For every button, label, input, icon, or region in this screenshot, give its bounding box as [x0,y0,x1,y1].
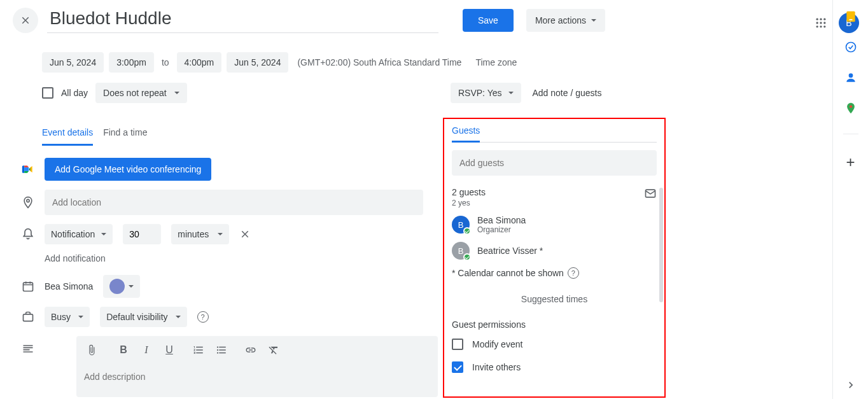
caret-down-icon [101,233,106,235]
invite-others-label: Invite others [472,362,521,372]
svg-point-17 [849,105,851,108]
description-toolbar: B I U [76,336,438,364]
start-time-chip[interactable]: 3:00pm [109,52,154,73]
numbered-list-button[interactable] [188,340,209,360]
rsvp-label: RSVP: Yes [458,88,502,98]
notification-value-input[interactable] [123,224,161,244]
status-accepted-icon [463,253,471,261]
svg-point-6 [823,18,825,20]
contacts-icon[interactable] [844,71,857,84]
google-meet-icon [22,163,34,176]
svg-point-11 [820,25,822,27]
guest-name: Beatrice Visser * [477,246,543,256]
caret-down-icon [174,92,179,94]
briefcase-icon [22,311,34,323]
more-actions-label: More actions [535,15,586,25]
invite-others-checkbox[interactable] [452,361,463,373]
tasks-icon[interactable] [844,41,857,53]
svg-rect-2 [24,314,33,321]
location-icon [22,196,34,209]
attach-button[interactable] [81,340,102,360]
availability-label: Busy [51,312,71,322]
maps-icon[interactable] [844,102,857,115]
timezone-link[interactable]: Time zone [475,57,517,67]
notification-unit-label: minutes [178,229,209,239]
caret-down-icon [78,316,83,318]
add-addon-button[interactable]: + [846,153,855,171]
svg-point-0 [27,199,29,202]
close-button[interactable] [13,8,38,33]
bullet-list-button[interactable] [211,340,232,360]
save-button[interactable]: Save [463,9,514,32]
collapse-panel-icon[interactable] [844,379,857,391]
svg-point-5 [820,18,822,20]
guest-item[interactable]: B Bea Simona Organizer [452,215,657,234]
add-notification-link[interactable]: Add notification [45,253,438,263]
guest-role: Organizer [477,225,526,234]
svg-point-12 [823,25,825,27]
svg-rect-14 [849,19,852,20]
add-meet-button[interactable]: Add Google Meet video conferencing [45,158,211,181]
location-input[interactable] [45,190,423,215]
description-input[interactable] [76,364,438,397]
add-guests-input[interactable] [452,150,657,176]
suggested-times-link[interactable]: Suggested times [452,294,657,304]
tab-guests[interactable]: Guests [452,125,480,143]
caret-down-icon [508,92,514,94]
calendar-note: * Calendar cannot be shown [452,268,564,278]
modify-event-checkbox[interactable] [452,339,463,350]
svg-point-4 [816,18,818,20]
italic-button[interactable]: I [136,340,157,360]
notification-type-select[interactable]: Notification [45,224,113,244]
availability-select[interactable]: Busy [45,307,90,327]
notification-unit-select[interactable]: minutes [171,224,229,244]
bold-button[interactable]: B [113,340,134,360]
link-button[interactable] [241,340,261,360]
visibility-select[interactable]: Default visibility [100,307,186,327]
clear-format-button[interactable] [263,340,284,360]
status-accepted-icon [463,227,471,235]
allday-label: All day [61,88,88,98]
guests-panel: Guests 2 guests 2 yes B Bea Simona Organ… [443,118,666,398]
notification-type-label: Notification [51,229,95,239]
tab-event-details[interactable]: Event details [42,122,93,146]
remove-notification-icon[interactable] [239,228,251,240]
svg-point-9 [823,22,825,24]
event-title-input[interactable] [47,8,438,33]
start-date-chip[interactable]: Jun 5, 2024 [42,52,104,73]
caret-down-icon [218,233,223,235]
caret-down-icon [129,285,134,288]
more-actions-button[interactable]: More actions [526,9,605,32]
guest-count: 2 guests [452,187,486,197]
caret-down-icon [176,316,181,318]
help-icon[interactable]: ? [197,311,209,323]
scrollbar[interactable] [659,188,663,302]
end-date-chip[interactable]: Jun 5, 2024 [227,52,288,73]
svg-point-16 [848,73,853,78]
add-note-link[interactable]: Add note / guests [533,88,602,98]
google-apps-icon[interactable] [815,17,827,29]
event-color-select[interactable] [103,275,140,298]
side-panel: + [832,0,868,399]
calendar-icon [22,280,34,293]
avatar: B [452,216,470,234]
calendar-owner: Bea Simona [45,281,93,291]
tab-find-a-time[interactable]: Find a time [103,122,147,146]
underline-button[interactable]: U [159,340,179,360]
svg-rect-13 [846,11,855,22]
end-time-chip[interactable]: 4:00pm [177,52,222,73]
svg-rect-1 [24,283,33,291]
guest-yes-count: 2 yes [452,199,486,207]
repeat-label: Does not repeat [103,88,167,98]
rsvp-select[interactable]: RSVP: Yes [451,83,521,103]
svg-point-7 [816,22,818,24]
guest-item[interactable]: B Beatrice Visser * [452,242,657,260]
allday-checkbox[interactable] [42,87,53,99]
help-icon[interactable]: ? [568,267,579,279]
repeat-select[interactable]: Does not repeat [95,83,187,103]
keep-icon[interactable] [844,10,857,23]
email-guests-icon[interactable] [644,187,657,200]
avatar: B [452,242,470,260]
guest-permissions-title: Guest permissions [452,319,657,330]
svg-point-15 [846,43,855,52]
